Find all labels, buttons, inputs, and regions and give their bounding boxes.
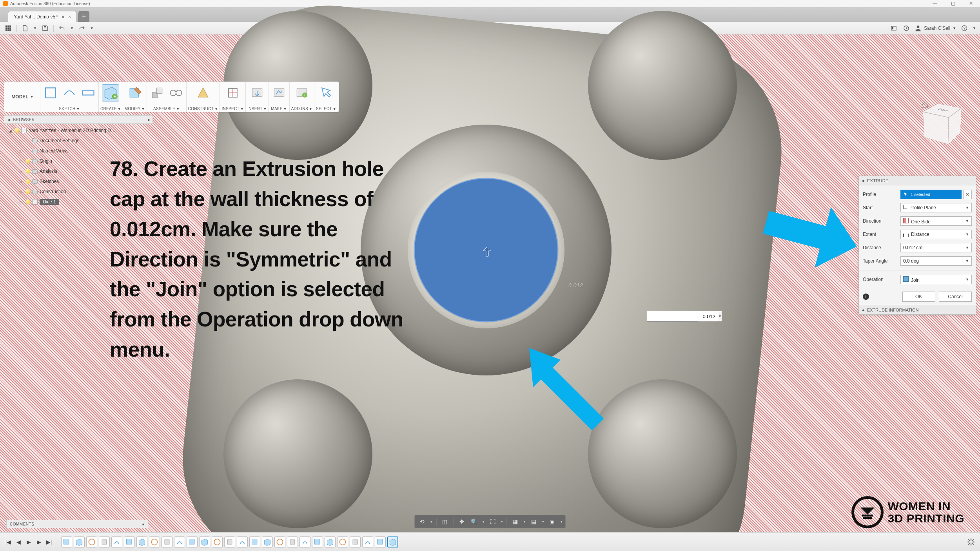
window-close-button[interactable]: ✕ [962, 0, 980, 7]
assemble-tool-icon[interactable] [167, 84, 185, 102]
orbit-icon[interactable]: ⟲ [418, 517, 426, 526]
timeline-feature[interactable] [74, 536, 85, 547]
timeline-step-fwd-button[interactable]: ▶ [34, 538, 43, 546]
redo-button[interactable] [78, 24, 86, 33]
visibility-bulb-icon[interactable] [25, 159, 30, 163]
undo-button[interactable] [58, 24, 66, 33]
help-button[interactable]: ? [960, 24, 969, 33]
insert-tool-icon[interactable] [249, 84, 266, 102]
extrude-info-section[interactable]: ● EXTRUDE INFORMATION [859, 305, 976, 314]
expand-icon[interactable]: ▷ [20, 200, 24, 204]
timeline-feature[interactable] [136, 536, 147, 547]
profile-clear-button[interactable]: ✕ [963, 190, 972, 199]
timeline-feature[interactable] [212, 536, 223, 547]
timeline-settings-icon[interactable] [967, 538, 975, 546]
tree-item[interactable]: ▷Document Settings [6, 136, 153, 146]
look-at-icon[interactable]: ◫ [441, 517, 449, 526]
start-dropdown[interactable]: Profile Plane ▼ [900, 203, 972, 212]
construct-tool-icon[interactable] [194, 84, 212, 102]
zoom-icon[interactable]: 🔍 [470, 517, 479, 526]
new-tab-button[interactable]: + [78, 11, 89, 22]
ribbon-group-label[interactable]: MAKE ▼ [271, 107, 287, 111]
info-icon[interactable]: i [863, 294, 869, 300]
ribbon-group-label[interactable]: INSPECT ▼ [221, 107, 244, 111]
timeline-feature[interactable] [375, 536, 386, 547]
panel-collapse-icon[interactable]: ● [862, 178, 865, 183]
timeline-feature[interactable] [199, 536, 210, 547]
comments-bar[interactable]: COMMENTS ● [6, 520, 148, 528]
operation-dropdown[interactable]: Join ▼ [900, 275, 972, 284]
ribbon-group-label[interactable]: ADD-INS ▼ [291, 107, 312, 111]
inspect-tool-icon[interactable] [224, 84, 241, 102]
timeline-feature[interactable] [237, 536, 248, 547]
timeline-start-button[interactable]: |◀ [4, 538, 13, 546]
extent-dropdown[interactable]: Distance ▼ [900, 230, 972, 239]
visibility-bulb-icon[interactable] [15, 128, 19, 133]
timeline-feature[interactable] [86, 536, 97, 547]
dimension-input[interactable] [647, 311, 718, 321]
viewport-layout-icon[interactable]: ▣ [548, 517, 557, 526]
ribbon-group-label[interactable]: CONSTRUCT ▼ [188, 107, 218, 111]
browser-pin-icon[interactable]: ● [147, 118, 150, 122]
timeline-feature[interactable] [124, 536, 135, 547]
ribbon-group-label[interactable]: SKETCH ▼ [59, 107, 80, 111]
file-menu-button[interactable] [21, 24, 29, 33]
timeline-feature[interactable] [299, 536, 310, 547]
timeline-feature[interactable] [274, 536, 285, 547]
extensions-icon[interactable] [889, 24, 898, 33]
timeline-feature[interactable] [350, 536, 361, 547]
distance-input[interactable]: 0.012 cm ▼ [900, 243, 972, 252]
visibility-bulb-icon[interactable] [25, 199, 30, 204]
ok-button[interactable]: OK [902, 292, 935, 302]
taper-input[interactable]: 0.0 deg ▼ [900, 256, 972, 266]
create-tool-icon[interactable]: + [102, 84, 119, 102]
pan-icon[interactable]: ✥ [457, 517, 466, 526]
panel
      -pin-icon[interactable]: ⟂ [970, 178, 973, 183]
expand-icon[interactable]: ▷ [20, 179, 24, 184]
expand-icon[interactable]: ▷ [20, 149, 24, 153]
cancel-button[interactable]: Cancel [939, 292, 972, 302]
home-view-icon[interactable] [921, 101, 928, 108]
visibility-bulb-icon[interactable] [25, 179, 30, 184]
grid-settings-icon[interactable]: ▤ [530, 517, 538, 526]
ribbon-group-label[interactable]: ASSEMBLE ▼ [153, 107, 180, 111]
expand-icon[interactable]: ▷ [20, 139, 24, 143]
expand-icon[interactable]: ◢ [9, 129, 13, 133]
profile-selection-chip[interactable]: 1 selected [900, 190, 962, 199]
timeline-feature[interactable] [287, 536, 298, 547]
dimension-dropdown-button[interactable]: ▼ [718, 311, 722, 321]
workspace-switcher[interactable]: MODEL ▼ [5, 82, 40, 112]
timeline-feature[interactable] [249, 536, 260, 547]
fit-icon[interactable]: ⛶ [488, 517, 497, 526]
timeline-feature[interactable] [61, 536, 72, 547]
ribbon-group-label[interactable]: MODIFY ▼ [125, 107, 145, 111]
timeline-feature[interactable] [325, 536, 336, 547]
timeline-feature[interactable] [187, 536, 198, 547]
timeline-feature[interactable] [174, 536, 185, 547]
ribbon-group-label[interactable]: SELECT ▼ [316, 107, 336, 111]
expand-icon[interactable]: ▷ [20, 169, 24, 174]
timeline-feature[interactable] [162, 536, 172, 547]
timeline-step-back-button[interactable]: ◀ [14, 538, 23, 546]
ribbon-group-label[interactable]: INSERT ▼ [247, 107, 267, 111]
timeline-feature[interactable] [111, 536, 122, 547]
assemble-tool-icon[interactable] [149, 84, 166, 102]
direction-dropdown[interactable]: One Side ▼ [900, 216, 972, 226]
sketch-tool-icon[interactable] [61, 84, 78, 102]
select-tool-icon[interactable] [318, 84, 335, 102]
extrude-manipulator-icon[interactable] [481, 246, 493, 258]
save-button[interactable] [41, 24, 49, 33]
window-restore-button[interactable]: ▢ [944, 0, 962, 7]
timeline-feature[interactable] [362, 536, 373, 547]
ribbon-group-label[interactable]: CREATE ▼ [100, 107, 121, 111]
document-tab-close-button[interactable]: × [68, 14, 71, 20]
timeline-feature[interactable] [387, 536, 398, 547]
timeline-feature[interactable] [262, 536, 273, 547]
modify-tool-icon[interactable] [126, 84, 143, 102]
make-tool-icon[interactable] [270, 84, 288, 102]
timeline-feature[interactable] [337, 536, 348, 547]
section-collapse-icon[interactable]: ● [862, 308, 865, 312]
timeline-feature[interactable] [99, 536, 110, 547]
tree-root-row[interactable]: ◢ Yard Yahtzee - Women in 3D Printing D… [6, 125, 153, 136]
visibility-bulb-icon[interactable] [25, 189, 30, 194]
